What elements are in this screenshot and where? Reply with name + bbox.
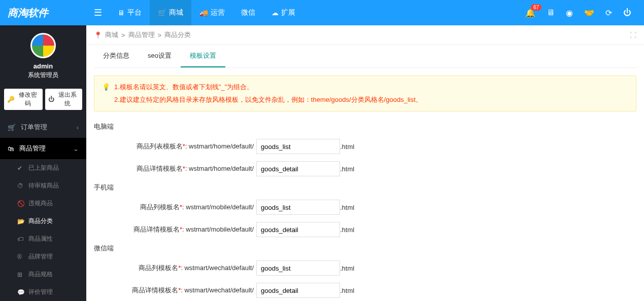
path-prefix: wstmart/mobile/default/: [186, 225, 254, 233]
submenu-label: 品牌管理: [28, 252, 53, 261]
submenu-label: 评价管理: [28, 288, 53, 296]
path-prefix: wstmart/wechat/default/: [184, 264, 254, 272]
topnav-label: 运营: [211, 8, 225, 17]
change-password-label: 修改密码: [16, 91, 40, 108]
sidebar-subitem[interactable]: ®品牌管理: [0, 248, 86, 266]
submenu-icon: 💬: [17, 289, 24, 296]
form-row: 商品详情模板名*: wstmart/wechat/default/.html: [94, 279, 636, 301]
form-row: 商品列模板名*: wstmart/wechat/default/.html: [94, 257, 636, 279]
lightbulb-icon: 💡: [102, 81, 110, 106]
submenu-icon: ⏱: [17, 182, 24, 190]
menu-toggle-icon[interactable]: ☰: [86, 7, 110, 18]
form-label: 商品列表模板名*: wstmart/home/default/: [94, 142, 256, 151]
avatar: [30, 33, 56, 58]
path-prefix: wstmart/home/default/: [189, 142, 254, 150]
breadcrumb-item[interactable]: 商城: [105, 30, 118, 40]
submenu-icon: 🚫: [17, 200, 24, 207]
sidebar-subitem[interactable]: 💬评价管理: [0, 283, 86, 301]
notification-icon[interactable]: 🔔67: [525, 8, 535, 18]
section-title: 微信端: [94, 241, 636, 256]
sidebar-item[interactable]: 🛍商品管理: [0, 138, 86, 159]
template-input[interactable]: [256, 200, 340, 215]
tip-line: 1.模板名请以英文、数值或者下划线"_"为组合。: [114, 81, 422, 94]
sidebar-subitem[interactable]: ✔已上架商品: [0, 159, 86, 177]
breadcrumb-item[interactable]: 商品管理: [128, 30, 155, 40]
sidebar-subitem[interactable]: 🚫违规商品: [0, 195, 86, 212]
brand-logo: 商淘软件: [8, 6, 86, 20]
topnav-item[interactable]: 微信: [233, 0, 263, 25]
path-suffix: .html: [340, 265, 354, 272]
submenu-label: 商品规格: [28, 270, 53, 279]
template-input[interactable]: [256, 139, 340, 154]
path-suffix: .html: [340, 226, 354, 234]
user-name: admin: [3, 62, 84, 70]
submenu-icon: ✔: [17, 165, 24, 172]
tab[interactable]: 模板设置: [181, 45, 225, 67]
template-input[interactable]: [256, 283, 340, 298]
submenu-label: 违规商品: [28, 199, 53, 208]
sidebar-subitem[interactable]: 🏷商品属性: [0, 230, 86, 248]
submenu-icon: 🏷: [17, 236, 24, 243]
content: 分类信息seo设置模板设置 💡 1.模板名请以英文、数值或者下划线"_"为组合。…: [86, 45, 644, 301]
power-icon[interactable]: ⏻: [623, 8, 631, 17]
sidebar: admin 系统管理员 🔑 修改密码 ⏻ 退出系统 🛒订单管理🛍商品管理✔已上架…: [0, 25, 86, 301]
breadcrumb-item[interactable]: 商品分类: [164, 30, 191, 40]
menu-icon: 🛍: [8, 145, 14, 153]
topnav-label: 平台: [127, 8, 142, 17]
side-menu: 🛒订单管理🛍商品管理✔已上架商品⏱待审核商品🚫违规商品📂商品分类🏷商品属性®品牌…: [0, 117, 86, 301]
location-icon: 📍: [94, 31, 102, 39]
topnav-icon: ☁: [272, 9, 279, 17]
path-suffix: .html: [340, 287, 354, 294]
topnav-label: 商城: [169, 8, 183, 17]
breadcrumb: 📍 商城 > 商品管理 > 商品分类 ⛶: [86, 25, 644, 45]
sidebar-subitem[interactable]: 📂商品分类: [0, 212, 86, 230]
monitor-icon[interactable]: 🖥: [547, 8, 555, 17]
main: 📍 商城 > 商品管理 > 商品分类 ⛶ 分类信息seo设置模板设置 💡 1.模…: [86, 25, 644, 301]
tip-line: 2.建议建立特定的风格目录来存放风格模板，以免文件杂乱，例如：theme/goo…: [114, 94, 422, 106]
change-password-button[interactable]: 🔑 修改密码: [4, 89, 43, 110]
path-suffix: .html: [340, 143, 354, 150]
template-input[interactable]: [256, 161, 340, 176]
template-input[interactable]: [256, 222, 340, 237]
handshake-icon[interactable]: 🤝: [584, 8, 594, 18]
menu-label: 商品管理: [19, 144, 46, 153]
path-prefix: wstmart/mobile/default/: [186, 203, 254, 211]
fullscreen-icon[interactable]: ⛶: [630, 31, 636, 39]
tabs: 分类信息seo设置模板设置: [94, 45, 636, 68]
tab[interactable]: 分类信息: [94, 45, 139, 67]
user-role: 系统管理员: [3, 71, 84, 80]
topnav-item[interactable]: 🖥平台: [110, 0, 150, 25]
submenu-label: 商品分类: [28, 217, 53, 225]
refresh-icon[interactable]: ⟳: [605, 8, 612, 18]
topbar-right: 🔔67 🖥 ◉ 🤝 ⟳ ⏻: [525, 8, 636, 18]
topbar: 商淘软件 ☰ 🖥平台🛒商城🚚运营微信☁扩展 🔔67 🖥 ◉ 🤝 ⟳ ⏻: [0, 0, 644, 25]
form-label: 商品详情模板名*: wstmart/home/default/: [94, 164, 256, 173]
form-label: 商品列模板名*: wstmart/wechat/default/: [94, 264, 256, 273]
path-suffix: .html: [340, 165, 354, 173]
form-label: 商品详情模板名*: wstmart/wechat/default/: [94, 286, 256, 295]
sidebar-subitem[interactable]: ⏱待审核商品: [0, 177, 86, 195]
submenu-label: 已上架商品: [28, 164, 59, 172]
section-title: 手机端: [94, 180, 636, 195]
topnav-item[interactable]: 🛒商城: [150, 0, 191, 25]
user-box: admin 系统管理员: [0, 25, 86, 85]
tip-box: 💡 1.模板名请以英文、数值或者下划线"_"为组合。 2.建议建立特定的风格目录…: [94, 76, 636, 111]
logout-label: 退出系统: [56, 91, 79, 108]
tab[interactable]: seo设置: [139, 45, 181, 67]
form-label: 商品详情模板名*: wstmart/mobile/default/: [94, 225, 256, 234]
topnav-label: 微信: [241, 8, 255, 17]
submenu-icon: 📂: [17, 218, 24, 225]
sidebar-item[interactable]: 🛒订单管理: [0, 117, 86, 138]
topnav-item[interactable]: ☁扩展: [263, 0, 303, 25]
sidebar-subitem[interactable]: ⊞商品规格: [0, 266, 86, 283]
help-icon[interactable]: ◉: [566, 8, 573, 18]
top-nav: 🖥平台🛒商城🚚运营微信☁扩展: [110, 0, 303, 25]
form-row: 商品列表模板名*: wstmart/home/default/.html: [94, 135, 636, 158]
topnav-item[interactable]: 🚚运营: [191, 0, 233, 25]
topnav-label: 扩展: [281, 8, 295, 17]
logout-button[interactable]: ⏻ 退出系统: [45, 89, 82, 110]
template-input[interactable]: [256, 260, 340, 276]
topnav-icon: 🖥: [118, 9, 125, 17]
path-prefix: wstmart/wechat/default/: [184, 286, 254, 294]
submenu-label: 待审核商品: [28, 181, 59, 190]
